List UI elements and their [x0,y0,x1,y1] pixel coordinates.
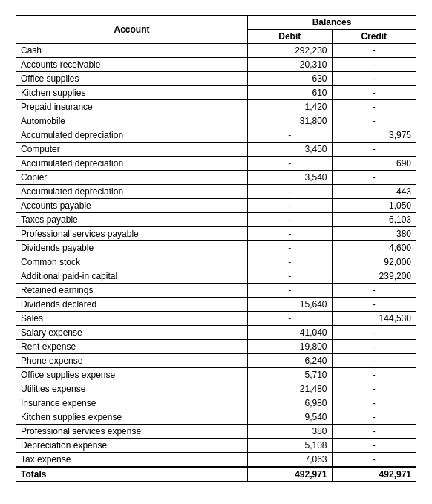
table-row: Copier3,540- [16,171,416,185]
table-row: Rent expense19,800- [16,340,416,354]
credit-cell: 3,975 [332,128,416,143]
account-cell: Professional services payable [16,227,248,241]
credit-cell: - [332,368,416,382]
debit-cell: 9,540 [248,410,332,425]
credit-cell: 239,200 [332,269,416,284]
credit-cell: 380 [332,227,416,241]
table-row: Retained earnings-- [16,284,416,298]
debit-cell: - [248,241,332,255]
debit-cell: 1,420 [248,100,332,114]
debit-cell: 5,108 [248,439,332,453]
debit-cell: 7,063 [248,453,332,468]
balances-header: Balances [248,16,416,30]
debit-header: Debit [248,30,332,44]
credit-cell: - [332,284,416,298]
debit-cell: 20,310 [248,58,332,72]
table-row: Accumulated depreciation-3,975 [16,128,416,143]
account-cell: Accumulated depreciation [16,157,248,171]
credit-cell: - [332,425,416,439]
table-row: Automobile31,800- [16,114,416,128]
debit-cell: 31,800 [248,114,332,128]
account-cell: Cash [16,44,248,58]
debit-cell: 6,240 [248,354,332,368]
table-row: Tax expense7,063- [16,453,416,468]
account-cell: Prepaid insurance [16,100,248,114]
credit-cell: - [332,143,416,157]
account-cell: Retained earnings [16,284,248,298]
account-cell: Office supplies expense [16,368,248,382]
table-row: Common stock-92,000 [16,255,416,269]
debit-cell: - [248,312,332,326]
table-row: Taxes payable-6,103 [16,213,416,227]
debit-cell: 21,480 [248,382,332,396]
credit-cell: - [332,340,416,354]
account-cell: Copier [16,171,248,185]
credit-cell: 492,971 [332,467,416,482]
debit-cell: 610 [248,86,332,100]
debit-cell: 3,540 [248,171,332,185]
account-cell: Tax expense [16,453,248,468]
debit-cell: - [248,128,332,143]
table-row: Accumulated depreciation-690 [16,157,416,171]
table-row: Kitchen supplies expense9,540- [16,410,416,425]
table-row: Totals492,971492,971 [16,467,416,482]
account-header: Account [16,16,248,44]
debit-cell: - [248,269,332,284]
credit-cell: - [332,171,416,185]
credit-cell: - [332,439,416,453]
credit-cell: - [332,100,416,114]
account-cell: Accounts receivable [16,58,248,72]
table-row: Salary expense41,040- [16,326,416,340]
table-row: Office supplies expense5,710- [16,368,416,382]
table-row: Professional services payable-380 [16,227,416,241]
table-row: Accounts payable-1,050 [16,199,416,213]
debit-cell: - [248,227,332,241]
credit-cell: - [332,86,416,100]
account-cell: Sales [16,312,248,326]
credit-cell: - [332,410,416,425]
credit-cell: - [332,44,416,58]
account-cell: Office supplies [16,72,248,86]
credit-cell: - [332,382,416,396]
debit-cell: - [248,185,332,199]
debit-cell: - [248,255,332,269]
table-container: Account Balances Debit Credit Cash292,23… [16,15,416,482]
credit-cell: 4,600 [332,241,416,255]
trial-balance-table: Account Balances Debit Credit Cash292,23… [16,15,416,482]
table-row: Office supplies630- [16,72,416,86]
account-cell: Depreciation expense [16,439,248,453]
table-row: Additional paid-in capital-239,200 [16,269,416,284]
account-cell: Accumulated depreciation [16,128,248,143]
table-row: Dividends payable-4,600 [16,241,416,255]
credit-cell: 443 [332,185,416,199]
table-row: Prepaid insurance1,420- [16,100,416,114]
table-row: Insurance expense6,980- [16,396,416,410]
table-row: Kitchen supplies610- [16,86,416,100]
table-row: Accounts receivable20,310- [16,58,416,72]
account-cell: Taxes payable [16,213,248,227]
credit-cell: 92,000 [332,255,416,269]
account-cell: Automobile [16,114,248,128]
credit-cell: 6,103 [332,213,416,227]
debit-cell: - [248,157,332,171]
table-row: Utilities expense21,480- [16,382,416,396]
credit-cell: - [332,72,416,86]
account-cell: Dividends declared [16,298,248,312]
table-row: Computer3,450- [16,143,416,157]
account-cell: Additional paid-in capital [16,269,248,284]
table-row: Sales-144,530 [16,312,416,326]
debit-cell: 3,450 [248,143,332,157]
debit-cell: - [248,213,332,227]
credit-header: Credit [332,30,416,44]
debit-cell: 41,040 [248,326,332,340]
debit-cell: 19,800 [248,340,332,354]
account-cell: Rent expense [16,340,248,354]
account-cell: Phone expense [16,354,248,368]
debit-cell: 15,640 [248,298,332,312]
table-row: Phone expense6,240- [16,354,416,368]
debit-cell: 492,971 [248,467,332,482]
table-row: Cash292,230- [16,44,416,58]
credit-cell: - [332,396,416,410]
credit-cell: - [332,354,416,368]
debit-cell: 380 [248,425,332,439]
